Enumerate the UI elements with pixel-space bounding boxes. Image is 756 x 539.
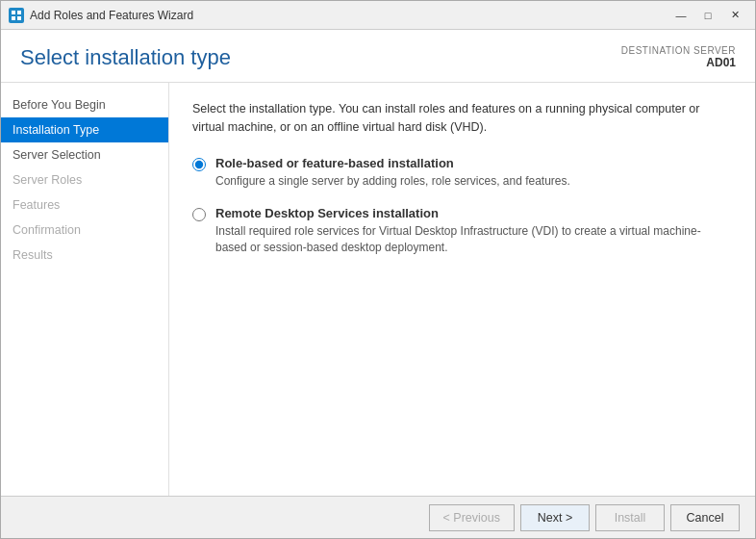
page-title: Select installation type <box>20 45 231 70</box>
option-title-remote-desktop: Remote Desktop Services installation <box>215 206 732 220</box>
sidebar-item-confirmation: Confirmation <box>1 218 168 243</box>
minimize-button[interactable]: — <box>668 6 693 25</box>
option-text-remote-desktop: Remote Desktop Services installationInst… <box>215 206 732 256</box>
option-text-role-based: Role-based or feature-based installation… <box>215 156 732 190</box>
main-content: Select the installation type. You can in… <box>169 83 755 496</box>
body-area: Before You BeginInstallation TypeServer … <box>1 83 755 496</box>
svg-rect-3 <box>17 16 21 20</box>
sidebar-item-before-you-begin[interactable]: Before You Begin <box>1 92 168 117</box>
sidebar-item-installation-type[interactable]: Installation Type <box>1 117 168 142</box>
option-desc-role-based: Configure a single server by adding role… <box>215 173 732 190</box>
main-description: Select the installation type. You can in… <box>192 100 732 137</box>
footer: < PreviousNext >InstallCancel <box>1 496 755 538</box>
svg-rect-0 <box>12 11 15 14</box>
option-remote-desktop: Remote Desktop Services installationInst… <box>192 206 732 256</box>
window-title: Add Roles and Features Wizard <box>30 9 193 22</box>
destination-label: DESTINATION SERVER <box>621 45 736 56</box>
install-button: Install <box>595 504 665 531</box>
main-wrapper: Select installation type DESTINATION SER… <box>1 30 755 538</box>
title-bar: Add Roles and Features Wizard — □ ✕ <box>1 1 755 30</box>
previous-button: < Previous <box>429 504 515 531</box>
maximize-button[interactable]: □ <box>695 6 720 25</box>
radio-remote-desktop[interactable] <box>192 208 206 221</box>
next-button[interactable]: Next > <box>520 504 590 531</box>
destination-server: DESTINATION SERVER AD01 <box>621 45 736 69</box>
sidebar-item-server-selection[interactable]: Server Selection <box>1 142 168 167</box>
svg-rect-2 <box>12 16 15 20</box>
svg-rect-1 <box>17 11 21 14</box>
title-bar-left: Add Roles and Features Wizard <box>9 8 193 23</box>
cancel-button[interactable]: Cancel <box>670 504 740 531</box>
installation-options: Role-based or feature-based installation… <box>192 156 732 256</box>
sidebar-item-results: Results <box>1 243 168 268</box>
close-button[interactable]: ✕ <box>722 6 747 25</box>
option-title-role-based: Role-based or feature-based installation <box>215 156 732 170</box>
option-desc-remote-desktop: Install required role services for Virtu… <box>215 223 732 256</box>
destination-value: AD01 <box>621 56 736 69</box>
wizard-window: Add Roles and Features Wizard — □ ✕ Sele… <box>0 0 756 539</box>
sidebar-item-server-roles: Server Roles <box>1 167 168 192</box>
sidebar-item-features: Features <box>1 192 168 218</box>
app-icon <box>9 8 24 23</box>
sidebar: Before You BeginInstallation TypeServer … <box>1 83 169 496</box>
window-controls: — □ ✕ <box>668 6 747 25</box>
radio-role-based[interactable] <box>192 158 206 171</box>
header-strip: Select installation type DESTINATION SER… <box>1 30 755 83</box>
option-role-based: Role-based or feature-based installation… <box>192 156 732 190</box>
